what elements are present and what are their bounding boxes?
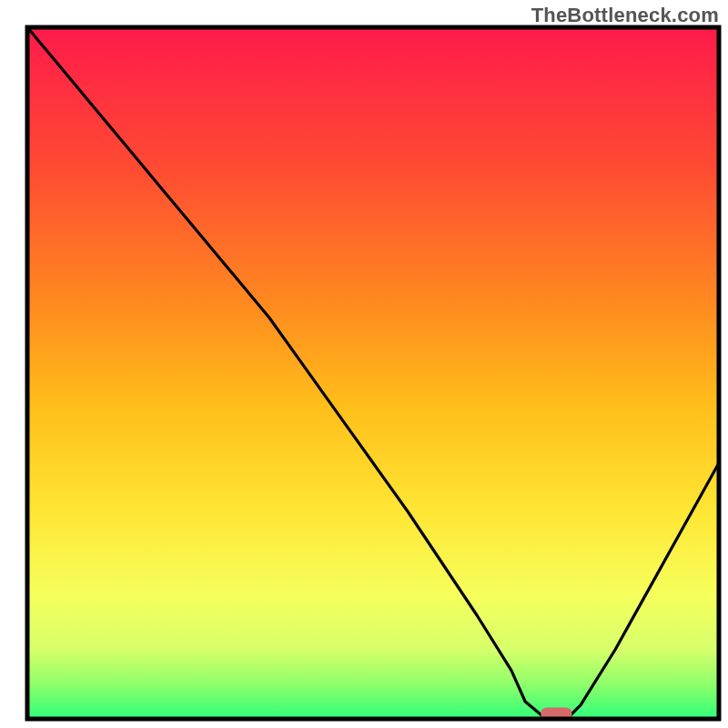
plot-area bbox=[27, 27, 719, 719]
bottleneck-chart: TheBottleneck.com bbox=[0, 0, 728, 728]
chart-svg bbox=[0, 0, 728, 728]
watermark-text: TheBottleneck.com bbox=[531, 4, 719, 27]
